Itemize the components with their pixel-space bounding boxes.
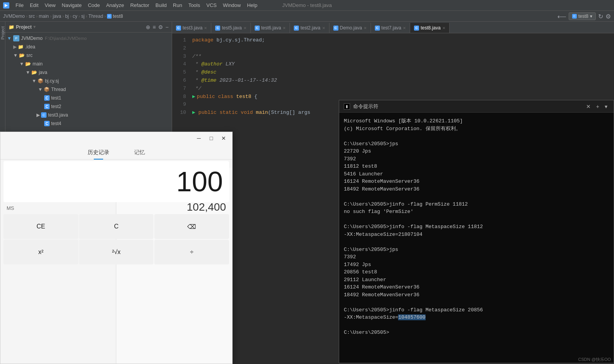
calc-close-btn[interactable]: ✕ <box>218 133 229 144</box>
tree-item-thread[interactable]: ▼ 📦 Thread <box>5 85 172 94</box>
panel-close-icon[interactable]: − <box>166 24 169 30</box>
tab-test8-close[interactable]: ✕ <box>442 26 445 30</box>
test4-java-icon: C <box>44 121 50 126</box>
calc-btn-square[interactable]: x² <box>3 240 78 264</box>
calc-ms-area: MS <box>0 204 232 213</box>
calc-btn-sqrt[interactable]: ²√x <box>79 240 154 264</box>
run-config-dropdown[interactable]: C test8 ▾ <box>569 12 596 20</box>
menu-navigate[interactable]: Navigate <box>59 2 85 9</box>
menu-run[interactable]: Run <box>170 2 185 9</box>
tab-test2[interactable]: C test2.java ✕ <box>290 23 329 33</box>
panel-settings-icon[interactable]: ⚙ <box>158 24 163 30</box>
tab-demo[interactable]: C Demo.java ✕ <box>329 23 371 33</box>
breadcrumb-src[interactable]: src <box>29 14 35 19</box>
tab-test8[interactable]: C test8.java ✕ <box>410 23 449 33</box>
chevron-down-icon-main: ▼ <box>19 61 24 67</box>
tab-test6[interactable]: C test6.java ✕ <box>251 23 290 33</box>
tab-test5-close[interactable]: ✕ <box>243 26 247 30</box>
calc-btn-backspace[interactable]: ⌫ <box>154 214 229 239</box>
tree-item-test4[interactable]: C test4 <box>5 119 172 128</box>
highlighted-value: 104857600 <box>398 314 425 320</box>
menu-analyze[interactable]: Analyze <box>103 2 127 9</box>
menu-vcs[interactable]: VCS <box>203 2 220 9</box>
window-title: JVMDemo - test8.java <box>282 2 332 8</box>
ms-label[interactable]: MS <box>7 205 14 211</box>
breadcrumb-cy[interactable]: cy <box>72 14 77 19</box>
src-folder-icon: 📂 <box>19 53 25 58</box>
cmd-title-left: ▮ 命令提示符 <box>344 103 378 110</box>
menu-code[interactable]: Code <box>85 2 103 9</box>
refresh-icon[interactable]: ↻ <box>598 13 603 20</box>
tab-demo-icon: C <box>333 26 338 31</box>
test3-file-icon: C <box>41 112 47 118</box>
tab-test8-icon: C <box>414 26 419 31</box>
cmd-close-btn[interactable]: ✕ <box>585 103 592 110</box>
tree-item-idea[interactable]: ▶ 📁 .idea <box>5 43 172 51</box>
calc-btn-c[interactable]: C <box>79 214 154 239</box>
editor-tab-bar: C test3.java ✕ C test5.java ✕ C test6.ja… <box>172 22 614 33</box>
tree-item-java[interactable]: ▼ 📂 java <box>5 68 172 77</box>
folder-closed-icon: 📁 <box>18 44 24 50</box>
tab-demo-close[interactable]: ✕ <box>364 26 367 30</box>
tab-test2-icon: C <box>294 26 299 31</box>
calc-minimize-btn[interactable]: ─ <box>193 133 204 144</box>
tab-test5[interactable]: C test5.java ✕ <box>211 23 250 33</box>
cmd-new-tab-btn[interactable]: + <box>595 103 601 110</box>
settings-icon[interactable]: ⚙ <box>605 13 611 20</box>
tree-item-main[interactable]: ▼ 📂 main <box>5 60 172 68</box>
calc-btn-ce[interactable]: CE <box>3 214 78 239</box>
calc-btn-divide[interactable]: ÷ <box>154 240 229 264</box>
tab-test3-close[interactable]: ✕ <box>204 26 207 30</box>
back-navigation-icon[interactable]: ⟵ <box>557 13 566 20</box>
sidebar-tab-project[interactable]: Project <box>0 23 6 43</box>
tree-item-bjcysj[interactable]: ▼ 📦 bj.cy.sj <box>5 77 172 85</box>
menu-view[interactable]: View <box>41 2 59 9</box>
menu-tools[interactable]: Tools <box>185 2 203 9</box>
tab-test6-close[interactable]: ✕ <box>283 26 286 30</box>
calc-maximize-btn[interactable]: □ <box>206 133 217 144</box>
menu-refactor[interactable]: Refactor <box>127 2 152 9</box>
breadcrumb-thread[interactable]: Thread <box>88 14 103 19</box>
calc-tab-history[interactable]: 历史记录 <box>81 146 116 159</box>
menu-build[interactable]: Build <box>152 2 170 9</box>
tab-test2-close[interactable]: ✕ <box>322 26 325 30</box>
panel-locate-icon[interactable]: ⊕ <box>146 24 150 30</box>
calc-titlebar: ─ □ ✕ <box>0 132 232 144</box>
cmd-icon: ▮ <box>344 103 350 110</box>
tab-test7-close[interactable]: ✕ <box>403 26 406 30</box>
tab-test6-icon: C <box>255 26 260 31</box>
menu-help[interactable]: Help <box>244 2 260 9</box>
chevron-down-icon-src: ▼ <box>13 53 18 58</box>
menu-edit[interactable]: Edit <box>27 2 41 9</box>
thread-package-icon: 📦 <box>44 87 50 92</box>
breadcrumb-file[interactable]: C test8 <box>107 14 123 19</box>
java-folder-icon: 📂 <box>31 70 37 75</box>
menu-bar: ▶ File Edit View Navigate Code Analyze R… <box>0 0 614 11</box>
menu-file[interactable]: File <box>12 2 27 9</box>
breadcrumb-project[interactable]: JVMDemo <box>3 14 25 19</box>
breadcrumb-bj[interactable]: bj <box>65 14 69 19</box>
cmd-window: ▮ 命令提示符 ✕ + ▾ Microsoft Windows [版本 10.0… <box>339 100 614 363</box>
cmd-content: Microsoft Windows [版本 10.0.22621.1105] (… <box>339 113 614 363</box>
tree-item-test2[interactable]: C test2 <box>5 102 172 111</box>
calc-tabs: 历史记录 记忆 <box>0 144 232 160</box>
calc-tab-memory[interactable]: 记忆 <box>128 146 151 159</box>
panel-expand-icon[interactable]: ≡ <box>153 24 156 30</box>
tree-item-test3[interactable]: ▶ C test3.java <box>5 111 172 119</box>
menu-window[interactable]: Window <box>220 2 244 9</box>
calc-row-1: CE C ⌫ <box>3 214 229 239</box>
tab-test7[interactable]: C test7.java ✕ <box>371 23 410 33</box>
calc-row-2: x² ²√x ÷ <box>3 240 229 264</box>
breadcrumb-java[interactable]: java <box>53 14 61 19</box>
tab-test3[interactable]: C test3.java ✕ <box>172 23 211 33</box>
watermark: CSDN @快乐OO <box>578 357 611 362</box>
tree-item-jvmdemo[interactable]: ▼ P JVMDemo F:\D\jianda\JVMDemo <box>5 34 172 43</box>
tree-item-test1[interactable]: C test1 <box>5 94 172 102</box>
app-logo: ▶ <box>3 2 9 9</box>
breadcrumb-main[interactable]: main <box>39 14 49 19</box>
cmd-dropdown-btn[interactable]: ▾ <box>603 103 609 110</box>
panel-title: 📁 Project ▾ <box>9 24 36 30</box>
tab-test3-icon: C <box>176 26 181 31</box>
breadcrumb-sj[interactable]: sj <box>81 14 85 19</box>
tree-item-src[interactable]: ▼ 📂 src <box>5 51 172 60</box>
